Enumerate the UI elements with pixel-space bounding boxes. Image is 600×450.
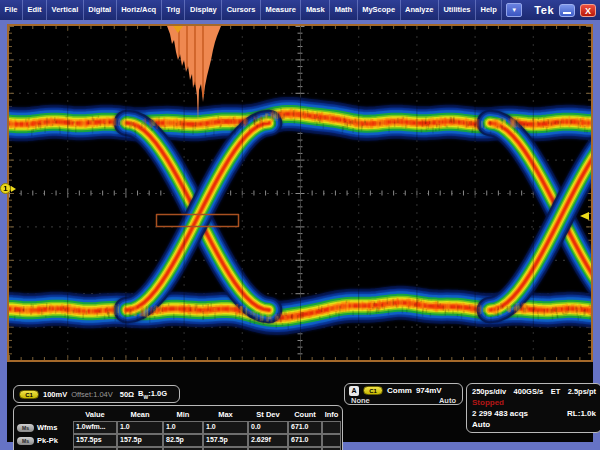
channel-scale: 100mV	[43, 390, 67, 399]
channel1-reference-marker[interactable]: 1	[0, 183, 11, 194]
channel-termination: 50Ω	[120, 390, 134, 399]
trigger-a-badge: A	[349, 386, 359, 396]
graticule	[7, 24, 593, 362]
menu-item-mask[interactable]: Mask	[301, 0, 330, 20]
trigger-readout[interactable]: A C1 Comm 974mV None Auto	[344, 383, 463, 405]
menu-item-vertical[interactable]: Vertical	[47, 0, 84, 20]
timebase: 250ps/div	[472, 387, 506, 396]
meas-cell: 1.0	[163, 421, 203, 434]
trigger-coupling: Comm	[387, 386, 412, 395]
trigger-holdoff: None	[351, 396, 370, 405]
menu-item-help[interactable]: Help	[476, 0, 502, 20]
close-button[interactable]: X	[580, 4, 596, 17]
meas-cell: 82.5p	[163, 434, 203, 447]
meas-cell-info	[322, 421, 341, 434]
menu-item-horiz-acq[interactable]: Horiz/Acq	[117, 0, 162, 20]
minimize-button[interactable]	[559, 4, 575, 17]
meas-source-badge[interactable]: Ms	[17, 424, 34, 432]
menu-item-digital[interactable]: Digital	[84, 0, 117, 20]
meas-source-badge[interactable]: Ms	[17, 437, 34, 445]
readout-panel: C1 100mV Offset:1.04V 50Ω BW:1.0G Value …	[7, 362, 593, 442]
resolution: 2.5ps/pt	[568, 387, 596, 396]
meas-cell: 157.5p	[117, 434, 163, 447]
channel-bandwidth: BW:1.0G	[138, 389, 167, 400]
meas-cell: 1.0	[117, 421, 163, 434]
menu-item-analyze[interactable]: Analyze	[401, 0, 439, 20]
menu-overflow-button[interactable]: ▼	[506, 3, 522, 17]
meas-cell: 671.0	[288, 421, 322, 434]
sampling-mode: ET	[551, 387, 561, 396]
channel1-readout[interactable]: C1 100mV Offset:1.04V 50Ω BW:1.0G	[13, 385, 180, 403]
menu-item-trig[interactable]: Trig	[162, 0, 186, 20]
meas-cell: 157.5p	[203, 434, 248, 447]
scope-screen: 1 C1 100mV Offset:1.04V 50Ω BW:1.0G Valu…	[0, 20, 600, 450]
meas-cell-info	[322, 434, 341, 447]
menu-item-edit[interactable]: Edit	[23, 0, 47, 20]
trigger-level: 974mV	[416, 386, 442, 395]
trigger-source-badge[interactable]: C1	[363, 386, 383, 395]
menu-item-display[interactable]: Display	[185, 0, 222, 20]
channel1-badge[interactable]: C1	[19, 390, 39, 399]
meas-header-value: Value	[73, 408, 117, 421]
meas-cell: 157.5ps	[73, 434, 117, 447]
acquisition-status: Stopped	[472, 398, 504, 407]
record-length: RL:1.0k	[567, 409, 596, 418]
meas-row-wfms: Ms Wfms	[15, 421, 73, 434]
menu-item-file[interactable]: File	[0, 0, 23, 20]
minimize-icon	[563, 12, 571, 14]
acquisition-count: 2 299 483 acqs	[472, 409, 528, 418]
menu-item-math[interactable]: Math	[330, 0, 358, 20]
trigger-mode: Auto	[439, 396, 456, 405]
meas-header-mean: Mean	[117, 408, 163, 421]
meas-header-stdev: St Dev	[248, 408, 288, 421]
meas-cell: 1.0	[203, 421, 248, 434]
meas-row-pkpk: Ms Pk-Pk	[15, 434, 73, 447]
menu-bar: File Edit Vertical Digital Horiz/Acq Tri…	[0, 0, 600, 20]
sample-rate: 400GS/s	[514, 387, 544, 396]
horizontal-readout[interactable]: 250ps/div 400GS/s ET 2.5ps/pt Stopped 2 …	[466, 383, 600, 433]
channel-offset: Offset:1.04V	[71, 390, 113, 399]
channel1-marker-arrow-icon	[11, 186, 16, 192]
menu-item-measure[interactable]: Measure	[261, 0, 301, 20]
meas-header-info: Info	[322, 408, 341, 421]
menu-item-utilities[interactable]: Utilities	[439, 0, 476, 20]
meas-cell: 671.0	[288, 434, 322, 447]
trigger-mode-status: Auto	[472, 420, 490, 429]
menu-item-myscope[interactable]: MyScope	[358, 0, 401, 20]
meas-header-blank	[15, 408, 73, 421]
meas-header-count: Count	[288, 408, 322, 421]
meas-cell: 0.0	[248, 421, 288, 434]
meas-cell: 1.0wfm...	[73, 421, 117, 434]
meas-header-max: Max	[203, 408, 248, 421]
menu-item-cursors[interactable]: Cursors	[222, 0, 261, 20]
measurement-results-table: Value Mean Min Max St Dev Count Info Ms …	[13, 405, 343, 450]
meas-header-min: Min	[163, 408, 203, 421]
tek-logo: Tek	[534, 4, 554, 16]
eye-diagram-waveform[interactable]	[9, 26, 591, 360]
meas-cell: 2.629f	[248, 434, 288, 447]
